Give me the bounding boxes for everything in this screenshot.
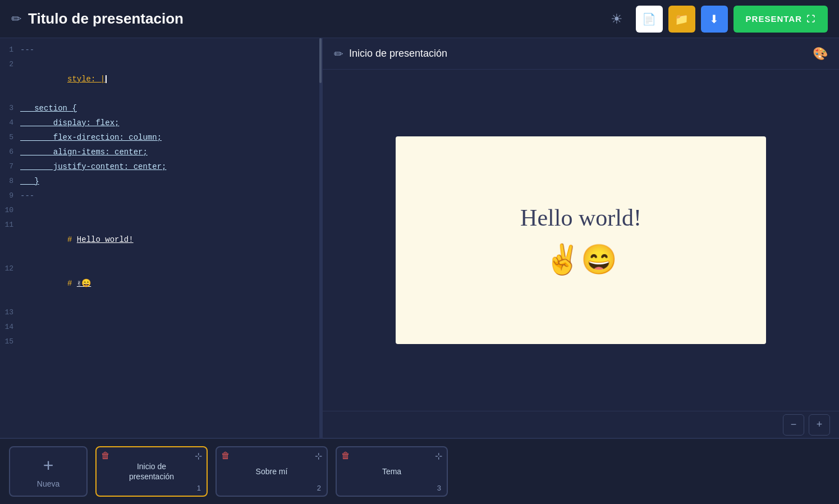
slide-delete-icon[interactable]: 🗑 (101, 451, 110, 461)
header: ✏ Titulo de presentacion ☀ 📄 📁 ⬇ PRESENT… (0, 0, 839, 38)
slide-thumb-title: Inicio depresentación (129, 461, 174, 482)
line-content (20, 320, 25, 335)
code-line-2: 2 style: | (0, 57, 322, 101)
line-number: 8 (0, 174, 20, 189)
slide-thumb-controls: 🗑 ⊹ (217, 451, 327, 461)
slide-heading: Hello world! (520, 204, 641, 231)
preview-header-left: ✏ Inicio de presentación (334, 47, 447, 61)
header-title: Titulo de presentacion (28, 10, 184, 28)
zoom-in-button[interactable]: + (809, 414, 830, 436)
zoom-out-button[interactable]: − (783, 414, 804, 436)
code-line-10: 10 (0, 203, 322, 218)
line-content: } (20, 174, 39, 189)
code-line-5: 5 flex-direction: column; (0, 130, 322, 145)
line-number: 5 (0, 130, 20, 145)
preview-panel: ✏ Inicio de presentación 🎨 Hello world! … (323, 38, 839, 438)
slide-thumb-number: 3 (437, 484, 441, 492)
preview-pencil-icon[interactable]: ✏ (334, 47, 343, 61)
line-content: align-items: center; (20, 145, 148, 159)
line-number: 12 (0, 262, 20, 276)
slide-thumb-number: 2 (317, 484, 321, 492)
theme-toggle-button[interactable]: ☀ (603, 6, 630, 33)
preview-slide-title: Inicio de presentación (349, 48, 447, 59)
code-line-4: 4 display: flex; (0, 116, 322, 130)
slide-thumb-title: Tema (382, 466, 401, 476)
line-number: 10 (0, 203, 20, 218)
code-line-7: 7 justify-content: center; (0, 159, 322, 174)
slide-thumb-controls: 🗑 ⊹ (337, 451, 447, 461)
present-label: PRESENTAR (746, 14, 802, 24)
line-number: 13 (0, 305, 20, 320)
line-content: # Hello world! (20, 218, 134, 262)
line-content (20, 203, 25, 218)
preview-content: Hello world! ✌😄 (323, 70, 839, 411)
line-number: 4 (0, 116, 20, 130)
code-lines: 1 --- 2 style: | 3 section { 4 display: … (0, 38, 322, 354)
line-number: 1 (0, 43, 20, 57)
code-scrollbar-thumb[interactable] (319, 38, 322, 83)
line-number: 9 (0, 189, 20, 203)
code-line-1: 1 --- (0, 43, 322, 57)
add-slide-button[interactable]: + Nueva (9, 446, 88, 497)
preview-footer: − + (323, 411, 839, 438)
slide-delete-icon[interactable]: 🗑 (341, 451, 350, 461)
preview-header: ✏ Inicio de presentación 🎨 (323, 38, 839, 70)
line-content (20, 335, 25, 349)
line-content (20, 305, 25, 320)
slide-delete-icon[interactable]: 🗑 (221, 451, 230, 461)
code-line-13: 13 (0, 305, 322, 320)
line-number: 15 (0, 335, 20, 349)
new-file-button[interactable]: 📄 (636, 6, 663, 33)
line-number: 14 (0, 320, 20, 335)
slide-thumb-title: Sobre mí (256, 466, 288, 476)
code-line-12: 12 # ✌😄 (0, 262, 322, 305)
code-line-11: 11 # Hello world! (0, 218, 322, 262)
main-area: 1 --- 2 style: | 3 section { 4 display: … (0, 38, 839, 438)
line-number: 11 (0, 218, 20, 232)
pencil-icon: ✏ (11, 12, 21, 26)
code-scrollbar-track (319, 38, 322, 438)
header-right: ☀ 📄 📁 ⬇ PRESENTAR ⛶ (603, 6, 828, 33)
cursor (106, 75, 107, 83)
add-label: Nueva (37, 479, 59, 488)
add-icon: + (43, 455, 54, 476)
palette-icon[interactable]: 🎨 (813, 47, 828, 61)
slide-preview-canvas: Hello world! ✌😄 (396, 136, 766, 344)
slide-thumb-2[interactable]: 🗑 ⊹ Sobre mí 2 (216, 446, 328, 497)
code-line-9: 9 --- (0, 189, 322, 203)
line-content: --- (20, 189, 34, 203)
code-line-15: 15 (0, 335, 322, 349)
header-left: ✏ Titulo de presentacion (11, 10, 603, 28)
slide-thumb-number: 1 (197, 484, 201, 492)
slide-thumb-controls: 🗑 ⊹ (97, 451, 207, 461)
line-content: justify-content: center; (20, 159, 166, 174)
line-content: section { (20, 101, 77, 116)
slide-thumb-1[interactable]: 🗑 ⊹ Inicio depresentación 1 (95, 446, 208, 497)
line-content: --- (20, 43, 34, 57)
line-content: flex-direction: column; (20, 130, 162, 145)
code-line-14: 14 (0, 320, 322, 335)
slide-move-icon[interactable]: ⊹ (315, 451, 322, 461)
code-line-8: 8 } (0, 174, 322, 189)
slide-move-icon[interactable]: ⊹ (435, 451, 442, 461)
line-number: 3 (0, 101, 20, 116)
slide-thumb-3[interactable]: 🗑 ⊹ Tema 3 (336, 446, 448, 497)
code-editor-panel[interactable]: 1 --- 2 style: | 3 section { 4 display: … (0, 38, 323, 438)
slide-move-icon[interactable]: ⊹ (195, 451, 202, 461)
line-number: 6 (0, 145, 20, 159)
present-button[interactable]: PRESENTAR ⛶ (733, 6, 828, 33)
download-button[interactable]: ⬇ (701, 6, 728, 33)
code-line-6: 6 align-items: center; (0, 145, 322, 159)
open-folder-button[interactable]: 📁 (668, 6, 695, 33)
line-number: 7 (0, 159, 20, 174)
line-content: # ✌😄 (20, 262, 91, 305)
code-keyword: style: (67, 75, 100, 84)
present-icon: ⛶ (806, 14, 815, 24)
line-content: display: flex; (20, 116, 119, 130)
code-line-3: 3 section { (0, 101, 322, 116)
slides-bar: + Nueva 🗑 ⊹ Inicio depresentación 1 🗑 ⊹ … (0, 438, 839, 504)
line-number: 2 (0, 57, 20, 72)
line-content: style: | (20, 57, 107, 101)
slide-emoji: ✌😄 (544, 242, 617, 277)
